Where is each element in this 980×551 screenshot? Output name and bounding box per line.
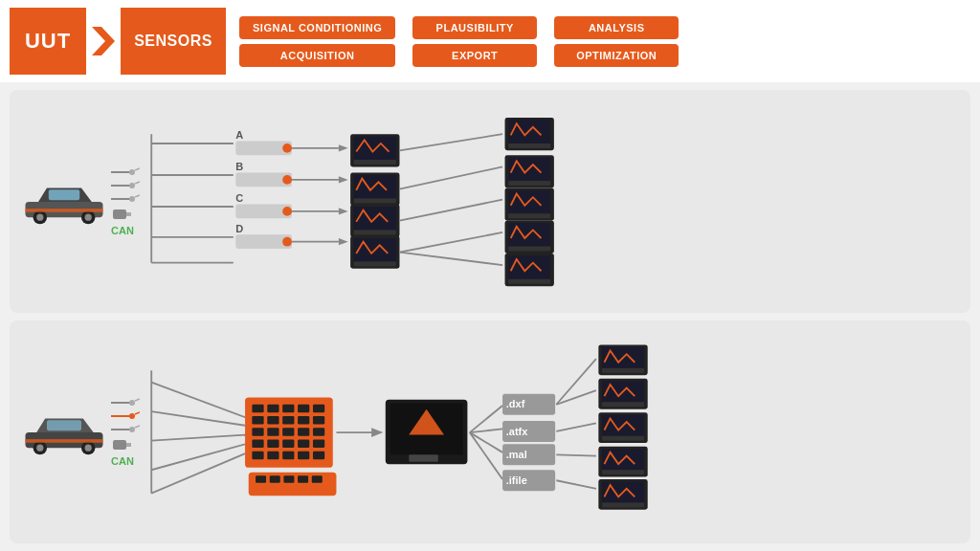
svg-rect-93 (113, 440, 126, 450)
sensors-col-row2: CAN (111, 398, 140, 467)
svg-line-155 (556, 480, 596, 489)
svg-text:.mal: .mal (506, 449, 527, 460)
optimization-pill: OPTIMIZATION (554, 44, 679, 67)
svg-point-9 (129, 169, 135, 175)
svg-rect-114 (282, 428, 294, 436)
svg-marker-43 (339, 208, 348, 214)
probe2-icon-1 (111, 398, 140, 408)
svg-line-96 (151, 383, 245, 418)
probe2-icon-2 (111, 411, 140, 421)
row1-svg: A B C D (140, 98, 959, 305)
main-content: CAN A (0, 82, 980, 551)
probe-icon-2 (111, 181, 140, 190)
svg-line-153 (556, 423, 596, 431)
svg-rect-118 (267, 439, 278, 448)
svg-marker-42 (339, 176, 348, 183)
plug-icon (111, 208, 132, 221)
sensor-row2-probe3 (111, 425, 140, 434)
svg-line-99 (151, 444, 245, 470)
svg-rect-103 (267, 405, 278, 413)
svg-rect-124 (282, 452, 294, 460)
svg-rect-128 (256, 475, 266, 482)
sensor-probe2 (111, 181, 140, 190)
svg-rect-132 (312, 475, 323, 482)
svg-text:D: D (235, 223, 243, 234)
sig-acq-col: SIGNAL CONDITIONING ACQUISITION (239, 8, 395, 75)
svg-rect-64 (508, 143, 550, 148)
svg-rect-167 (602, 470, 644, 474)
svg-line-61 (399, 253, 502, 265)
probe2-icon-3 (111, 425, 140, 434)
svg-line-142 (470, 432, 502, 479)
row-1-panel: CAN A (10, 90, 970, 313)
svg-point-4 (36, 214, 43, 221)
svg-rect-126 (313, 452, 324, 460)
can-label-row2: CAN (111, 455, 134, 467)
svg-rect-164 (602, 436, 644, 441)
plug2-icon (111, 438, 132, 452)
svg-rect-120 (298, 439, 309, 448)
svg-rect-7 (26, 209, 103, 212)
header: UUT SENSORS SIGNAL CONDITIONING ACQUISIT… (0, 0, 980, 82)
sensor-plug (111, 208, 140, 221)
svg-rect-17 (113, 209, 126, 219)
svg-point-35 (282, 207, 292, 216)
svg-rect-125 (298, 452, 309, 460)
svg-rect-158 (602, 368, 644, 373)
sensors-block: SENSORS (121, 8, 226, 75)
probe-icon-3 (111, 194, 140, 204)
svg-point-6 (85, 214, 92, 221)
uut-block: UUT (10, 8, 86, 75)
svg-rect-129 (270, 475, 280, 482)
svg-rect-73 (508, 247, 550, 252)
svg-point-39 (282, 237, 292, 247)
svg-rect-107 (252, 416, 263, 425)
svg-rect-70 (508, 213, 550, 218)
svg-rect-2 (49, 189, 79, 200)
svg-line-98 (151, 435, 245, 441)
svg-rect-56 (354, 261, 396, 266)
svg-rect-102 (252, 405, 263, 413)
svg-marker-0 (92, 27, 115, 55)
svg-rect-50 (354, 198, 396, 203)
svg-point-88 (129, 413, 135, 419)
svg-rect-109 (282, 416, 294, 425)
car-row1 (21, 175, 107, 228)
row1-diagram: A B C D (140, 98, 959, 305)
svg-rect-170 (602, 502, 644, 507)
svg-rect-121 (313, 439, 324, 448)
svg-rect-112 (252, 428, 263, 436)
svg-rect-123 (267, 452, 278, 460)
sensors-col-row1: CAN (111, 167, 140, 236)
svg-rect-115 (298, 428, 309, 436)
svg-rect-117 (252, 439, 263, 448)
sensors-label: SENSORS (134, 33, 212, 50)
svg-text:.ifile: .ifile (506, 474, 527, 486)
sensor-probe3 (111, 194, 140, 204)
svg-line-154 (556, 454, 596, 455)
svg-rect-108 (267, 416, 278, 425)
svg-rect-130 (283, 475, 294, 482)
sensor-probe1 (111, 167, 140, 177)
svg-rect-113 (267, 428, 278, 436)
svg-point-31 (282, 175, 292, 185)
svg-rect-122 (252, 452, 263, 460)
svg-rect-94 (126, 443, 131, 447)
svg-line-58 (399, 166, 502, 188)
export-pill: EXPORT (412, 44, 537, 67)
svg-rect-67 (508, 181, 550, 186)
svg-rect-83 (26, 439, 103, 443)
sensor-row2-can: CAN (111, 455, 140, 467)
sensor-row2-probe2 (111, 411, 140, 421)
signal-conditioning-pill: SIGNAL CONDITIONING (239, 16, 395, 39)
svg-rect-131 (298, 475, 308, 482)
probe-icon-1 (111, 167, 140, 177)
svg-rect-111 (313, 416, 324, 425)
svg-rect-119 (282, 439, 294, 448)
plausibility-pill: PLAUSIBILITY (412, 16, 537, 39)
svg-marker-134 (371, 428, 383, 437)
svg-text:.atfx: .atfx (506, 426, 529, 437)
svg-text:.dxf: .dxf (506, 398, 525, 409)
svg-line-59 (399, 200, 502, 221)
uut-label: UUT (25, 29, 71, 54)
